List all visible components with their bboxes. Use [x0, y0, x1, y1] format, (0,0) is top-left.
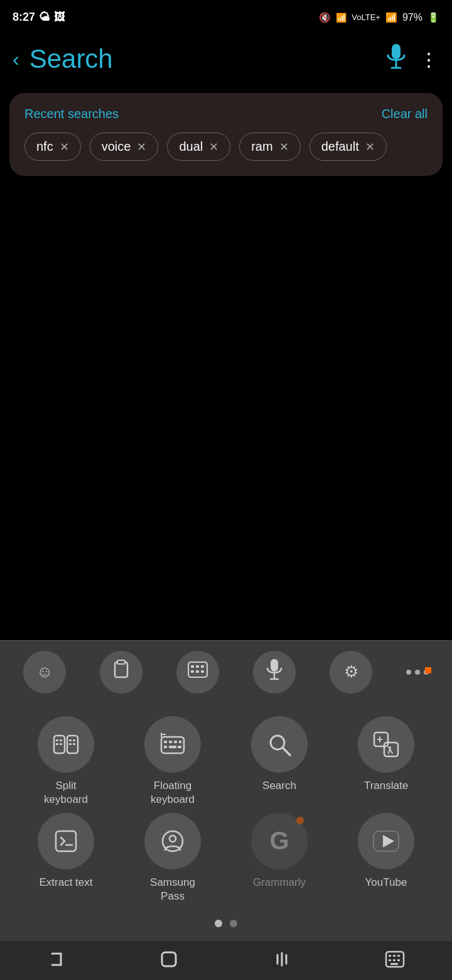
- clipboard-icon: [111, 660, 131, 684]
- svg-rect-54: [393, 959, 396, 961]
- split-keyboard-app[interactable]: Splitkeyboard: [13, 716, 119, 807]
- recent-searches-label: Recent searches: [24, 107, 119, 121]
- svg-rect-4: [117, 660, 125, 664]
- signal-bars-icon: 📶: [385, 12, 397, 23]
- svg-rect-39: [56, 831, 76, 851]
- back-button[interactable]: ‹: [13, 49, 19, 69]
- translate-icon-circle: [358, 716, 414, 773]
- navigation-bar: [0, 941, 452, 980]
- split-keyboard-label: Splitkeyboard: [44, 779, 88, 807]
- tag-dual-label: dual: [179, 139, 203, 154]
- page-indicators: [13, 913, 439, 935]
- status-right: 🔇 📶 VoLTE+ 📶 97% 🔋: [319, 12, 439, 23]
- recent-searches-header: Recent searches Clear all: [24, 107, 428, 121]
- svg-rect-11: [201, 670, 204, 673]
- emoji-icon: ☺: [36, 662, 53, 682]
- keyboard-area: ☺: [0, 640, 452, 980]
- svg-rect-9: [191, 670, 194, 673]
- keyboard-layout-icon: [188, 662, 208, 682]
- header-icons: ⋮: [385, 44, 439, 74]
- svg-rect-17: [56, 739, 58, 741]
- extract-text-app[interactable]: Extract text: [13, 813, 119, 903]
- image-icon: 🖼: [54, 11, 65, 24]
- svg-rect-19: [56, 743, 58, 745]
- clipboard-button[interactable]: [100, 651, 143, 694]
- svg-rect-45: [162, 952, 176, 966]
- svg-line-36: [282, 748, 290, 755]
- search-app[interactable]: Search: [226, 716, 333, 807]
- page-title: Search: [30, 44, 375, 74]
- cloud-icon: 🌤: [39, 11, 50, 24]
- svg-rect-6: [191, 665, 194, 668]
- floating-keyboard-app[interactable]: Floatingkeyboard: [119, 716, 226, 807]
- page-dot-2: [230, 920, 237, 927]
- grammarly-app[interactable]: G Grammarly: [226, 813, 333, 903]
- page-dot-1: [215, 920, 222, 927]
- svg-rect-25: [161, 737, 184, 753]
- svg-rect-15: [54, 736, 65, 753]
- svg-rect-0: [392, 44, 401, 59]
- notification-dot: [425, 667, 431, 673]
- keyboard-settings-button[interactable]: ⚙: [330, 651, 372, 694]
- svg-rect-18: [60, 739, 62, 741]
- signal-text: VoLTE+: [352, 13, 380, 22]
- svg-rect-22: [73, 739, 75, 741]
- floating-keyboard-label: Floatingkeyboard: [151, 779, 195, 807]
- search-label: Search: [262, 779, 296, 793]
- tag-nfc-label: nfc: [36, 139, 53, 154]
- svg-rect-21: [69, 739, 72, 741]
- tag-ram-label: ram: [251, 139, 272, 154]
- recent-apps-button[interactable]: [272, 950, 291, 969]
- mute-icon: 🔇: [319, 12, 331, 23]
- samsung-pass-icon-circle: [144, 813, 201, 869]
- settings-icon: ⚙: [344, 662, 358, 682]
- home-button[interactable]: [159, 950, 178, 969]
- svg-rect-50: [389, 955, 391, 957]
- svg-rect-29: [179, 741, 181, 743]
- grammarly-notification-dot: [296, 817, 304, 824]
- tag-nfc-remove[interactable]: ✕: [60, 140, 69, 154]
- search-icon-circle: [251, 716, 308, 773]
- tag-voice-remove[interactable]: ✕: [137, 140, 146, 154]
- tag-nfc[interactable]: nfc ✕: [24, 133, 81, 161]
- dot2: [415, 670, 420, 675]
- battery-icon: 🔋: [428, 12, 439, 23]
- tag-ram-remove[interactable]: ✕: [279, 140, 289, 154]
- back-nav-button[interactable]: [47, 950, 66, 969]
- youtube-icon-circle: [358, 813, 414, 869]
- svg-rect-27: [169, 741, 172, 743]
- translate-app[interactable]: Translate: [333, 716, 439, 807]
- tag-dual[interactable]: dual ✕: [167, 133, 230, 161]
- svg-rect-31: [169, 746, 176, 748]
- mic-button[interactable]: [385, 44, 407, 74]
- voice-input-button[interactable]: [253, 651, 296, 694]
- tags-row: nfc ✕ voice ✕ dual ✕ ram ✕ default ✕: [24, 133, 428, 161]
- keyboard-button[interactable]: [385, 950, 405, 968]
- dot1: [406, 670, 411, 675]
- floating-keyboard-icon-circle: [144, 716, 201, 773]
- more-tools-button[interactable]: [406, 670, 429, 675]
- tag-voice[interactable]: voice ✕: [90, 133, 159, 161]
- tag-voice-label: voice: [102, 139, 131, 154]
- more-options-button[interactable]: ⋮: [419, 48, 439, 70]
- wifi-icon: 📶: [336, 13, 347, 23]
- tag-default[interactable]: default ✕: [309, 133, 387, 161]
- grammarly-g-icon: G: [269, 827, 289, 855]
- tag-default-remove[interactable]: ✕: [365, 140, 375, 154]
- svg-rect-20: [60, 743, 62, 745]
- emoji-button[interactable]: ☺: [23, 651, 66, 694]
- translate-label: Translate: [364, 779, 408, 793]
- voice-icon: [266, 659, 283, 685]
- tag-default-label: default: [321, 139, 359, 154]
- clear-all-button[interactable]: Clear all: [382, 107, 428, 121]
- tag-ram[interactable]: ram ✕: [239, 133, 300, 161]
- keyboard-layout-button[interactable]: [176, 651, 219, 694]
- svg-rect-28: [174, 741, 177, 743]
- tag-dual-remove[interactable]: ✕: [209, 140, 218, 154]
- svg-rect-52: [397, 955, 400, 957]
- grammarly-label: Grammarly: [253, 876, 306, 890]
- samsung-pass-app[interactable]: SamsungPass: [119, 813, 226, 903]
- svg-rect-38: [384, 743, 398, 756]
- youtube-app[interactable]: YouTube: [333, 813, 439, 903]
- svg-rect-8: [201, 665, 204, 668]
